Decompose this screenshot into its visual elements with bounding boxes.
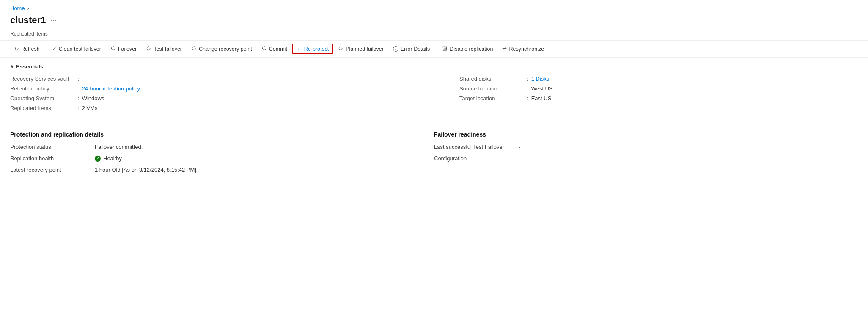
retention-policy-link[interactable]: 24-hour-retention-policy — [82, 85, 140, 92]
latest-recovery-point-label: Latest recovery point — [10, 167, 95, 173]
failover-button[interactable]: Failover — [106, 44, 141, 55]
svg-rect-1 — [444, 46, 446, 46]
refresh-icon: ↻ — [14, 46, 19, 52]
protection-status-label: Protection status — [10, 144, 95, 150]
field-colon-retention: : — [78, 85, 80, 92]
field-row-vault: Recovery Services vault : — [10, 76, 434, 82]
change-recovery-point-button[interactable]: Change recovery point — [187, 44, 256, 55]
more-options-icon[interactable]: ··· — [50, 16, 56, 25]
re-protect-button[interactable]: ← Re-protect — [292, 44, 333, 54]
breadcrumb-home[interactable]: Home — [10, 5, 25, 11]
check-icon: ✓ — [52, 46, 57, 52]
failover-icon — [110, 46, 116, 52]
refresh-button[interactable]: ↻ Refresh — [10, 44, 44, 54]
page-header: cluster1 ··· — [0, 13, 868, 31]
field-label-os: Operating System — [10, 95, 78, 101]
shared-disks-link[interactable]: 1 Disks — [531, 76, 549, 82]
disable-replication-button[interactable]: Disable replication — [438, 43, 497, 55]
field-colon-source-location: : — [527, 85, 529, 92]
field-row-retention: Retention policy : 24-hour-retention-pol… — [10, 85, 434, 92]
latest-recovery-point-value: 1 hour Old [As on 3/12/2024, 8:15:42 PM] — [95, 167, 196, 173]
field-colon-target-location: : — [527, 95, 529, 101]
field-value-replicated-items: 2 VMs — [82, 105, 98, 111]
essentials-section: ∧ Essentials Recovery Services vault : R… — [0, 58, 868, 117]
field-colon-replicated-items: : — [78, 105, 80, 111]
replication-health-value: Healthy — [95, 155, 122, 162]
essentials-header: ∧ Essentials — [10, 63, 858, 70]
field-colon-shared-disks: : — [527, 76, 529, 82]
clean-test-failover-button[interactable]: ✓ Clean test failover — [48, 44, 105, 54]
planned-failover-icon — [338, 46, 343, 52]
replication-health-row: Replication health Healthy — [10, 155, 434, 162]
replication-health-label: Replication health — [10, 155, 95, 162]
field-label-retention: Retention policy — [10, 85, 78, 92]
resynchronize-button[interactable]: ⇌ Resynchronize — [498, 44, 548, 54]
test-failover-icon — [146, 46, 151, 52]
info-icon: i — [393, 46, 398, 52]
page-title: cluster1 — [10, 15, 46, 26]
toolbar: ↻ Refresh ✓ Clean test failover Failover… — [0, 40, 868, 58]
page-subtitle: Replicated items — [0, 31, 868, 40]
protection-status-row: Protection status Failover committed. — [10, 144, 434, 150]
failover-readiness-heading: Failover readiness — [434, 131, 858, 138]
field-label-replicated-items: Replicated Items — [10, 105, 78, 111]
last-test-failover-label: Last successful Test Failover — [434, 144, 519, 150]
configuration-row: Configuration - — [434, 155, 858, 162]
field-value-retention[interactable]: 24-hour-retention-policy — [82, 85, 140, 92]
resync-icon: ⇌ — [502, 46, 507, 52]
field-row-target-location: Target location : East US — [459, 95, 858, 101]
field-label-target-location: Target location — [459, 95, 527, 101]
field-value-os: Windows — [82, 95, 104, 101]
essentials-grid: Recovery Services vault : Retention poli… — [10, 76, 858, 111]
essentials-left: Recovery Services vault : Retention poli… — [10, 76, 434, 111]
protection-details: Protection and replication details Prote… — [10, 131, 434, 178]
field-value-shared-disks[interactable]: 1 Disks — [531, 76, 549, 82]
protection-status-value: Failover committed. — [95, 144, 143, 150]
field-colon-os: : — [78, 95, 80, 101]
planned-failover-button[interactable]: Planned failover — [334, 44, 388, 55]
configuration-value: - — [519, 155, 520, 162]
recovery-point-icon — [191, 46, 197, 52]
trash-icon — [442, 45, 448, 52]
latest-recovery-point-row: Latest recovery point 1 hour Old [As on … — [10, 167, 434, 173]
chevron-down-icon: ∧ — [10, 64, 14, 69]
test-failover-button[interactable]: Test failover — [142, 44, 186, 55]
toolbar-separator — [46, 45, 46, 53]
field-colon: : — [78, 76, 80, 82]
section-divider — [0, 121, 868, 121]
failover-readiness: Failover readiness Last successful Test … — [434, 131, 858, 178]
commit-icon — [261, 46, 267, 52]
field-label-shared-disks: Shared disks — [459, 76, 527, 82]
field-row-replicated-items: Replicated Items : 2 VMs — [10, 105, 434, 111]
breadcrumb-sep: › — [27, 5, 29, 11]
health-indicator — [95, 156, 101, 162]
protection-heading: Protection and replication details — [10, 131, 434, 138]
essentials-right: Shared disks : 1 Disks Source location :… — [434, 76, 858, 111]
field-row-shared-disks: Shared disks : 1 Disks — [459, 76, 858, 82]
last-test-failover-value: - — [519, 144, 520, 150]
toolbar-separator-2 — [436, 45, 436, 53]
breadcrumb: Home › — [0, 0, 868, 13]
field-label-vault: Recovery Services vault — [10, 76, 78, 82]
field-row-source-location: Source location : West US — [459, 85, 858, 92]
field-row-os: Operating System : Windows — [10, 95, 434, 101]
commit-button[interactable]: Commit — [257, 44, 291, 55]
field-label-source-location: Source location — [459, 85, 527, 92]
last-test-failover-row: Last successful Test Failover - — [434, 144, 858, 150]
error-details-button[interactable]: i Error Details — [389, 44, 434, 54]
field-value-source-location: West US — [531, 85, 553, 92]
re-protect-icon: ← — [297, 46, 302, 52]
field-value-target-location: East US — [531, 95, 552, 101]
configuration-label: Configuration — [434, 155, 519, 162]
details-section: Protection and replication details Prote… — [0, 124, 868, 185]
